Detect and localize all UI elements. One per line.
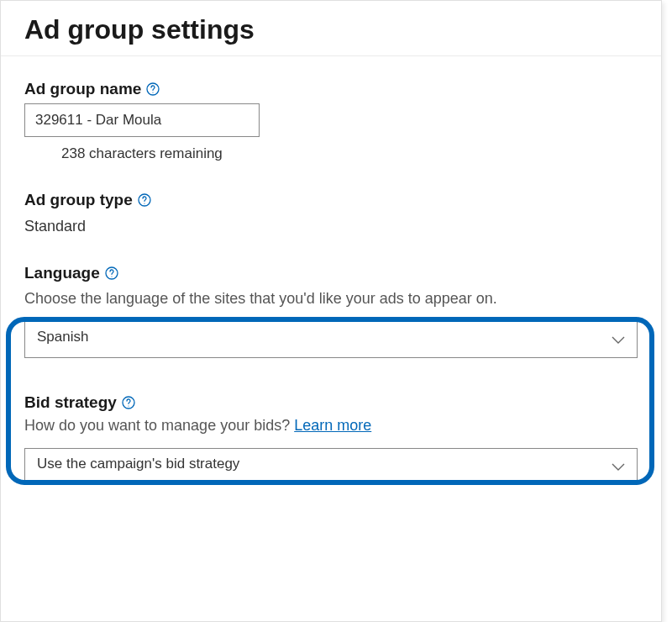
ad-group-name-input[interactable] [24, 103, 260, 137]
language-label: Language [24, 264, 100, 282]
svg-point-3 [144, 203, 144, 203]
field-label-row: Language [24, 264, 638, 282]
characters-remaining: 238 characters remaining [61, 145, 638, 162]
bid-strategy-select-wrap: Use the campaign's bid strategy [24, 448, 638, 485]
svg-point-7 [128, 405, 129, 406]
help-icon[interactable] [146, 82, 160, 96]
bid-strategy-description-text: How do you want to manage your bids? [24, 417, 294, 434]
field-label-row: Ad group name [24, 80, 638, 98]
panel-header: Ad group settings [1, 1, 661, 56]
help-icon[interactable] [138, 193, 151, 207]
panel-body: Ad group name 238 characters remaining A… [1, 56, 661, 485]
language-field: Language Choose the language of the site… [24, 264, 638, 358]
language-description: Choose the language of the sites that yo… [24, 287, 638, 309]
ad-group-name-field: Ad group name 238 characters remaining [24, 80, 638, 162]
svg-point-1 [153, 92, 154, 92]
bid-strategy-select[interactable]: Use the campaign's bid strategy [24, 448, 638, 485]
language-select[interactable]: Spanish [24, 321, 638, 358]
ad-group-name-label: Ad group name [24, 80, 141, 98]
learn-more-link[interactable]: Learn more [294, 417, 371, 434]
bid-strategy-description: How do you want to manage your bids? Lea… [24, 417, 638, 435]
bid-strategy-label: Bid strategy [24, 393, 117, 412]
svg-point-5 [111, 276, 112, 277]
language-select-wrap: Spanish [24, 321, 638, 358]
help-icon[interactable] [122, 396, 135, 409]
field-label-row: Ad group type [24, 191, 638, 209]
help-icon[interactable] [105, 266, 118, 280]
ad-group-settings-panel: Ad group settings Ad group name 238 char… [0, 0, 662, 622]
panel-title: Ad group settings [24, 14, 638, 45]
ad-group-type-label: Ad group type [24, 191, 133, 209]
field-label-row: Bid strategy [24, 393, 638, 412]
bid-strategy-field: Bid strategy How do you want to manage y… [24, 393, 638, 485]
ad-group-type-value: Standard [24, 218, 638, 235]
ad-group-type-field: Ad group type Standard [24, 191, 638, 235]
